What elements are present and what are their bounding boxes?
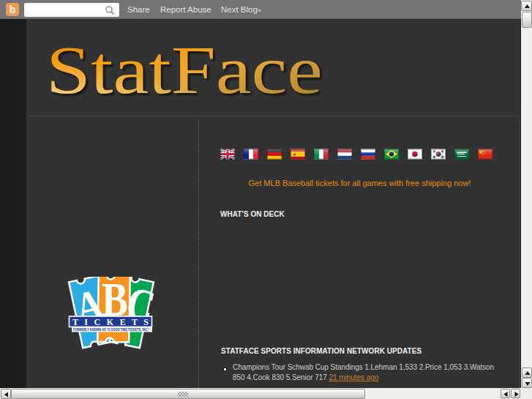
svg-text:T I C K E T S: T I C K E T S [72,317,149,327]
svg-text:StatFace: StatFace [46,35,323,108]
svg-text:FORMERLY KNOWN AS "A GOOD TIME: FORMERLY KNOWN AS "A GOOD TIME TICKETS, … [73,328,149,332]
